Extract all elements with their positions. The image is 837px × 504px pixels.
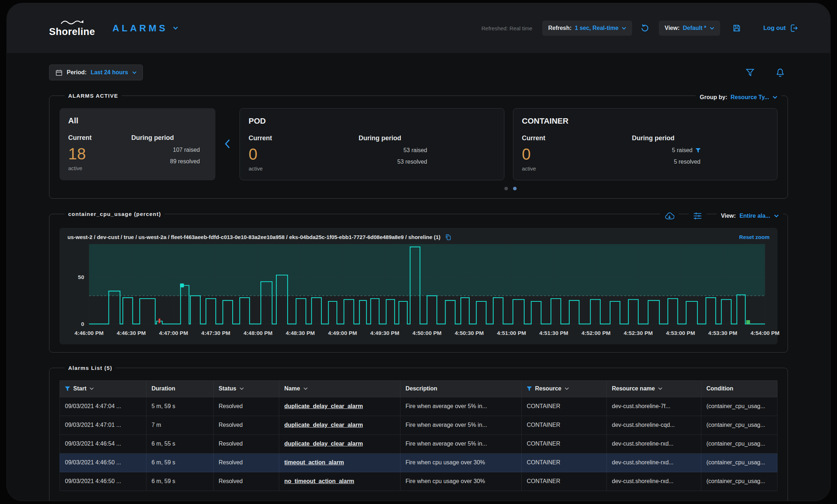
- group-by-dropdown[interactable]: Group by: Resource Ty...: [696, 94, 782, 101]
- card-current-column: Current 18 active: [68, 134, 131, 171]
- alarm-group-card-all[interactable]: All Current 18 active During period 107 …: [60, 108, 215, 180]
- chevron-left-icon: [225, 139, 230, 149]
- cell-description: Fire when average over 5% in...: [400, 416, 522, 434]
- x-axis-label: 4:53:30 PM: [708, 330, 737, 336]
- alarm-name-link[interactable]: duplicate_delay_clear_alarm: [284, 441, 363, 447]
- logout-button[interactable]: Log out: [763, 24, 798, 32]
- alarm-name-link[interactable]: duplicate_delay_clear_alarm: [284, 422, 363, 428]
- sort-chevron-icon: [303, 387, 308, 390]
- sort-chevron-icon: [89, 387, 94, 390]
- cpu-usage-chart[interactable]: 4:46:00 PM4:46:30 PM4:47:00 PM4:47:30 PM…: [67, 244, 770, 341]
- chart-controls: View: Entire ala...: [660, 212, 783, 220]
- chart-view-label: View:: [721, 213, 736, 219]
- cell-resource_name: dev-cust.shoreline-rxd...: [607, 472, 701, 491]
- cell-duration: 6 m, 59 s: [146, 453, 214, 472]
- cell-duration: 5 m, 59 s: [146, 397, 214, 416]
- view-dropdown[interactable]: View: Default *: [659, 21, 720, 36]
- chart-view-dropdown[interactable]: View: Entire ala...: [717, 213, 783, 219]
- carousel-dot-active[interactable]: [513, 187, 517, 190]
- card-during-column: During period 53 raised 53 resolved: [359, 134, 427, 172]
- card-current-column: Current 0 active: [249, 134, 312, 172]
- filter-icon[interactable]: [696, 148, 701, 153]
- raised-count: 53 raised: [359, 147, 427, 154]
- toolbar-icons: [746, 68, 788, 78]
- cell-name[interactable]: duplicate_delay_clear_alarm: [279, 397, 400, 416]
- alarms-active-title: ALARMS ACTIVE: [65, 93, 122, 99]
- period-label: Period:: [67, 69, 87, 76]
- brand-name: Shoreline: [49, 26, 95, 37]
- column-header-condition: Condition: [701, 380, 777, 397]
- cell-duration: 6 m, 59 s: [146, 472, 214, 491]
- column-header-resource[interactable]: Resource: [522, 380, 607, 397]
- cell-start: 09/03/2021 4:46:54 ...: [60, 434, 146, 453]
- alarm-row[interactable]: 09/03/2021 4:47:04 ...5 m, 59 sResolvedd…: [60, 397, 777, 416]
- cloud-download-icon: [665, 212, 674, 220]
- save-view-button[interactable]: [732, 24, 741, 32]
- alarms-nav-dropdown[interactable]: ALARMS: [113, 23, 178, 34]
- alarm-name-link[interactable]: duplicate_delay_clear_alarm: [284, 403, 363, 409]
- view-label: View:: [665, 25, 680, 31]
- cell-name[interactable]: duplicate_delay_clear_alarm: [279, 434, 400, 453]
- card-current-column: Current 0 active: [522, 134, 585, 172]
- y-axis-label: 50: [78, 274, 84, 280]
- x-axis-label: 4:50:00 PM: [412, 330, 442, 336]
- resolved-count: 5 resolved: [632, 159, 701, 165]
- alarm-name-link[interactable]: no_timeout_action_alarm: [284, 478, 354, 484]
- alarm-name-link[interactable]: timeout_action_alarm: [284, 459, 344, 465]
- sliders-icon: [693, 212, 702, 220]
- column-label: Resource name: [612, 385, 655, 392]
- chevron-down-icon: [173, 26, 178, 30]
- cell-status: Resolved: [214, 397, 279, 416]
- refresh-label: Refresh:: [548, 25, 571, 31]
- x-axis-label: 4:52:30 PM: [624, 330, 653, 336]
- alarm-row[interactable]: 09/03/2021 4:46:50 ...6 m, 59 sResolvedn…: [60, 472, 777, 491]
- column-header-resource_name[interactable]: Resource name: [607, 380, 701, 397]
- chevron-down-icon: [132, 71, 137, 74]
- reset-zoom-link[interactable]: Reset zoom: [739, 234, 770, 240]
- cell-name[interactable]: timeout_action_alarm: [279, 453, 400, 472]
- x-axis-label: 4:54:00 PM: [750, 330, 779, 336]
- column-label: Resource: [535, 385, 561, 392]
- card-title: All: [68, 116, 207, 125]
- cell-resource: CONTAINER: [522, 416, 607, 434]
- chart-settings-button[interactable]: [689, 212, 706, 220]
- cell-resource_name: dev-cust.shoreline-7f...: [607, 397, 701, 416]
- shoreline-logo[interactable]: Shoreline: [49, 19, 95, 37]
- alarm-row[interactable]: 09/03/2021 4:46:54 ...6 m, 55 sResolvedd…: [60, 434, 777, 453]
- period-value: Last 24 hours: [91, 69, 128, 76]
- cell-resource: CONTAINER: [522, 397, 607, 416]
- alarm-group-card-container[interactable]: CONTAINER Current 0 active During period…: [513, 108, 778, 180]
- active-count: 0: [249, 146, 312, 162]
- x-axis-label: 4:51:30 PM: [539, 330, 569, 336]
- chart-marker: [159, 319, 161, 323]
- table-body: 09/03/2021 4:47:04 ...5 m, 59 sResolvedd…: [60, 397, 777, 491]
- cell-status: Resolved: [214, 416, 279, 434]
- filter-alarms-button[interactable]: [746, 68, 754, 77]
- export-button[interactable]: [660, 212, 679, 220]
- filter-icon: [527, 386, 532, 391]
- refresh-interval-dropdown[interactable]: Refresh: 1 sec, Real-time: [542, 21, 632, 36]
- cell-condition: (container_cpu_usag...: [701, 472, 777, 491]
- alarm-row[interactable]: 09/03/2021 4:46:50 ...6 m, 59 sResolvedt…: [60, 453, 777, 472]
- refresh-value: 1 sec, Real-time: [575, 25, 618, 31]
- column-header-status[interactable]: Status: [214, 380, 279, 397]
- notifications-button[interactable]: [775, 68, 785, 78]
- alarm-row[interactable]: 09/03/2021 4:47:01 ...7 mResolvedduplica…: [60, 416, 777, 434]
- alarm-group-card-pod[interactable]: POD Current 0 active During period 53 ra…: [240, 108, 504, 180]
- refresh-now-button[interactable]: [640, 23, 649, 33]
- carousel-dot[interactable]: [504, 187, 508, 190]
- cell-name[interactable]: duplicate_delay_clear_alarm: [279, 416, 400, 434]
- carousel-prev-button[interactable]: [224, 139, 231, 150]
- carousel-dots: [152, 187, 831, 190]
- column-header-start[interactable]: Start: [60, 380, 146, 397]
- period-dropdown[interactable]: Period: Last 24 hours: [49, 65, 143, 80]
- copy-icon[interactable]: [445, 234, 451, 240]
- cell-name[interactable]: no_timeout_action_alarm: [279, 472, 400, 491]
- column-header-name[interactable]: Name: [279, 380, 400, 397]
- card-title: CONTAINER: [522, 116, 769, 126]
- chevron-down-icon: [774, 214, 779, 218]
- alarms-list-section: Alarms List (5) StartDurationStatusNameD…: [49, 365, 788, 501]
- cell-status: Resolved: [214, 472, 279, 491]
- logout-icon: [790, 24, 798, 32]
- cell-condition: (container_cpu_usag...: [701, 453, 777, 472]
